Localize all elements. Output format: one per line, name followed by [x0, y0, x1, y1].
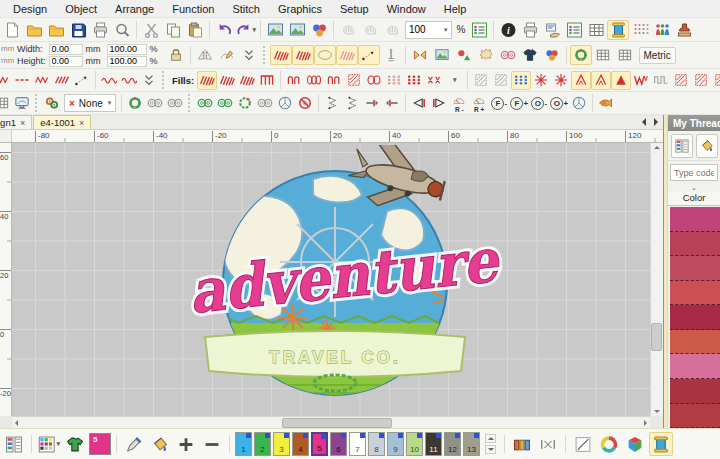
color-chip-3[interactable]: 3 [273, 432, 290, 456]
function-minus-button[interactable]: F- [489, 94, 509, 113]
thread-swatch[interactable] [670, 281, 720, 306]
dot-fill-button[interactable] [404, 71, 424, 90]
hoop-ring-button[interactable] [570, 45, 592, 65]
clipped-grid-button[interactable] [0, 94, 12, 113]
rotate-button[interactable] [216, 45, 238, 65]
beads-button[interactable] [541, 45, 563, 65]
thread-swatch[interactable] [670, 305, 720, 330]
fabric-assist-button[interactable] [596, 94, 616, 113]
menu-arrange[interactable]: Arrange [106, 2, 163, 16]
color-chip-13[interactable]: 13 [463, 432, 480, 456]
hoop-select-combo[interactable]: × None ▾ [64, 94, 116, 112]
menu-setup[interactable]: Setup [331, 2, 378, 16]
cycle-colors-button[interactable] [536, 432, 560, 456]
florentine-fill-button[interactable] [511, 71, 531, 90]
thread-swatch[interactable] [670, 207, 720, 232]
horizontal-scroll-thumb[interactable] [282, 418, 392, 428]
no-stitch-button[interactable] [295, 94, 315, 113]
thread-brands-button[interactable] [510, 432, 534, 456]
design-information-button[interactable] [497, 20, 519, 40]
expand-toolbar-button[interactable] [238, 45, 260, 65]
color-cube-button[interactable] [623, 432, 647, 456]
rulers-guides-button[interactable] [614, 45, 636, 65]
menu-design[interactable]: Design [4, 2, 56, 16]
collapse-chevron-icon[interactable]: ⌄ [668, 184, 720, 192]
texture-3-button[interactable] [711, 71, 720, 90]
height-percent-input[interactable] [107, 56, 147, 67]
tieoff-connectors-button[interactable] [215, 94, 235, 113]
thread-swatch[interactable] [670, 404, 720, 429]
auto-digitize-button[interactable] [337, 20, 359, 40]
garment-button[interactable] [519, 45, 541, 65]
rewind-gauge-button[interactable]: R - [449, 94, 469, 113]
feather-solid-button[interactable] [611, 71, 631, 90]
redo-menu-arrow-icon[interactable]: ▾ [252, 26, 256, 34]
scroll-up-icon[interactable] [654, 146, 660, 149]
menu-graphics[interactable]: Graphics [269, 2, 331, 16]
design-playback-button[interactable] [585, 20, 607, 40]
toolbar-grip[interactable] [35, 94, 39, 112]
toolbar-grip[interactable] [263, 46, 267, 64]
toolbar-grip[interactable] [188, 94, 192, 112]
print-preview-button[interactable] [111, 20, 133, 40]
column-fill-button[interactable] [257, 71, 277, 90]
grid-settings-button[interactable] [592, 45, 614, 65]
smart-digitize-button[interactable] [359, 20, 381, 40]
metric-units-button[interactable]: Metric [639, 47, 676, 64]
trim-connectors-button[interactable] [195, 94, 215, 113]
zoom-combo[interactable]: ▾ [405, 21, 452, 39]
matching-method-button[interactable] [381, 20, 403, 40]
color-chart-button[interactable] [2, 432, 26, 456]
gradient-fill-2-button[interactable] [491, 71, 511, 90]
open-design-button[interactable] [23, 20, 45, 40]
texture-1-button[interactable] [671, 71, 691, 90]
register-pair-button[interactable] [145, 94, 165, 113]
next-object-button[interactable] [429, 94, 449, 113]
color-chip-12[interactable]: 12 [444, 432, 461, 456]
garment-color-button[interactable] [63, 432, 87, 456]
toolbar-grip[interactable] [162, 71, 166, 89]
previous-object-button[interactable] [409, 94, 429, 113]
apply-color-button[interactable] [148, 432, 172, 456]
starburst-effect-2-button[interactable] [551, 71, 571, 90]
coil-fill-button[interactable] [284, 71, 304, 90]
square-wave-button[interactable] [651, 71, 671, 90]
texture-2-button[interactable] [691, 71, 711, 90]
open-recent-button[interactable] [45, 20, 67, 40]
machine-config-button[interactable] [42, 94, 62, 113]
design-canvas[interactable]: TRAVEL CO. [12, 143, 650, 416]
thread-chart-button[interactable] [671, 134, 693, 158]
tab-scroll-left-button[interactable] [639, 117, 649, 127]
lock-proportions-button[interactable] [165, 45, 187, 65]
color-chip-9[interactable]: 9 [387, 432, 404, 456]
object-minus-button[interactable]: O- [529, 94, 549, 113]
lettering-button[interactable] [475, 45, 497, 65]
outline-shape-button[interactable] [314, 45, 336, 65]
bitmap-artwork-button[interactable] [286, 20, 308, 40]
zoom-dropdown-icon[interactable]: ▾ [444, 26, 448, 34]
underlay-zigzag-button[interactable] [322, 94, 342, 113]
program-split-button[interactable] [237, 71, 257, 90]
clipped-stitch-button[interactable] [0, 71, 12, 90]
approval-stamp-button[interactable] [673, 20, 695, 40]
penetrations-button[interactable] [380, 45, 402, 65]
color-chip-4[interactable]: 4 [292, 432, 309, 456]
close-icon[interactable]: × [20, 118, 25, 128]
scroll-right-icon[interactable] [644, 420, 647, 426]
manual-stitch-button[interactable] [358, 45, 380, 65]
color-column-header[interactable]: Color [668, 192, 720, 206]
redo-button[interactable]: ▾ [235, 20, 257, 40]
empty-circles-button[interactable] [255, 94, 275, 113]
color-chip-1[interactable]: 1 [235, 432, 252, 456]
color-chip-2[interactable]: 2 [254, 432, 271, 456]
width-percent-input[interactable] [107, 44, 147, 55]
thread-swatch[interactable] [670, 354, 720, 379]
embroidery-design[interactable]: TRAVEL CO. [175, 145, 515, 403]
tab-design1[interactable]: ign1 × [0, 115, 32, 129]
feather-edge-button[interactable] [571, 71, 591, 90]
rotate-hoop-button[interactable] [125, 94, 145, 113]
wreath-colors-button[interactable] [235, 94, 255, 113]
vector-shapes-button[interactable] [453, 45, 475, 65]
team-names-button[interactable] [651, 20, 673, 40]
menu-object[interactable]: Object [56, 2, 106, 16]
